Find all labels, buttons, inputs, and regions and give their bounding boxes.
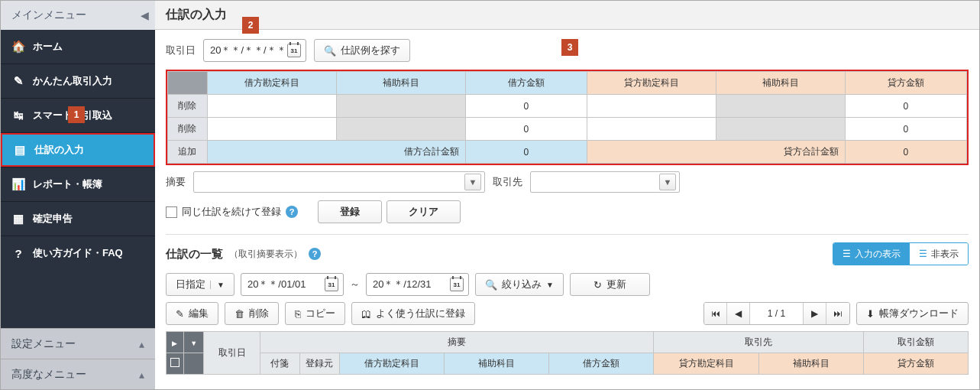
journal-list-header: ▶ ▼ 取引日 摘要 取引先 取引金額 付箋 登録元 借方勘定科目 補助科目 借… bbox=[166, 331, 969, 375]
to-date-input[interactable]: 20＊＊/12/31 31 bbox=[366, 273, 469, 296]
credit-sub-cell[interactable] bbox=[716, 95, 845, 118]
row-add-button[interactable]: 追加 bbox=[168, 141, 208, 164]
clear-button[interactable]: クリア bbox=[387, 200, 461, 223]
pager-next[interactable]: ▶ bbox=[804, 303, 826, 324]
list-th-credit-amount: 貸方金額 bbox=[863, 353, 968, 375]
th-debit-account: 借方勘定科目 bbox=[207, 72, 336, 95]
dropdown-icon[interactable]: ▼ bbox=[659, 174, 676, 190]
sidebar: メインメニュー ◀ 🏠 ホーム ✎ かんたん取引入力 ↹ スマート取引取込 1 … bbox=[1, 1, 155, 389]
th-credit-account: 貸方勘定科目 bbox=[587, 72, 716, 95]
register-button[interactable]: 登録 bbox=[318, 200, 382, 223]
list-th-date[interactable]: 取引日 bbox=[204, 332, 260, 375]
debit-sub-cell[interactable] bbox=[336, 118, 465, 141]
calendar-icon[interactable]: 31 bbox=[450, 278, 464, 291]
filter-button[interactable]: 🔍 絞り込み ▼ bbox=[475, 273, 564, 296]
credit-account-cell[interactable] bbox=[587, 95, 716, 118]
list-th-debit-amount: 借方金額 bbox=[549, 353, 654, 375]
chevron-up-icon: ▴ bbox=[139, 338, 144, 350]
row-delete-button[interactable]: 削除 bbox=[168, 95, 208, 118]
list-th-credit-account: 貸方勘定科目 bbox=[654, 353, 758, 375]
date-label: 取引日 bbox=[166, 44, 196, 57]
nav-easy-entry[interactable]: ✎ かんたん取引入力 bbox=[1, 64, 155, 98]
summary-input[interactable]: ▼ bbox=[193, 171, 485, 193]
download-icon: ⬇ bbox=[866, 308, 875, 320]
credit-total-label: 貸方合計金額 bbox=[587, 141, 845, 164]
debit-sub-cell[interactable] bbox=[336, 95, 465, 118]
credit-amount-cell[interactable]: 0 bbox=[845, 118, 966, 141]
row-delete-button[interactable]: 削除 bbox=[168, 118, 208, 141]
sidebar-section-advanced[interactable]: 高度なメニュー ▴ bbox=[1, 359, 155, 389]
list-th-source: 登録元 bbox=[299, 353, 339, 375]
sidebar-title: メインメニュー bbox=[11, 8, 86, 22]
th-credit-sub: 補助科目 bbox=[716, 72, 845, 95]
callout-2: 2 bbox=[242, 17, 259, 34]
page-title: 仕訳の入力 bbox=[166, 7, 227, 23]
nav-tax-return[interactable]: ▦ 確定申告 bbox=[1, 202, 155, 236]
credit-amount-cell[interactable]: 0 bbox=[845, 95, 966, 118]
btn-label: 編集 bbox=[189, 307, 209, 320]
nav-smart-import[interactable]: ↹ スマート取引取込 1 bbox=[1, 99, 155, 132]
list-th-tag: 付箋 bbox=[260, 353, 299, 375]
date-mode-select[interactable]: 日指定 ▼ bbox=[166, 273, 234, 296]
list-th-play[interactable]: ▶ bbox=[167, 332, 184, 353]
entry-total-row: 追加 借方合計金額 0 貸方合計金額 0 bbox=[168, 141, 967, 164]
section-label: 高度なメニュー bbox=[11, 368, 86, 382]
favorite-button[interactable]: 🕮 よく使う仕訳に登録 bbox=[351, 302, 475, 325]
copy-button[interactable]: ⎘ コピー bbox=[285, 302, 345, 325]
repeat-checkbox[interactable] bbox=[166, 206, 177, 218]
search-examples-button[interactable]: 🔍 仕訳例を探す bbox=[314, 39, 410, 62]
btn-label: 日指定 bbox=[176, 278, 205, 291]
chevron-down-icon: ▼ bbox=[210, 281, 225, 289]
chevron-down-icon: ▼ bbox=[546, 281, 554, 289]
debit-account-cell[interactable] bbox=[207, 118, 336, 141]
list-th-debit-sub: 補助科目 bbox=[445, 353, 549, 375]
list-th-expand[interactable]: ▼ bbox=[183, 332, 203, 353]
view-hide-button[interactable]: ☰ 非表示 bbox=[910, 243, 968, 265]
summary-label: 摘要 bbox=[166, 175, 186, 189]
download-button[interactable]: ⬇ 帳簿ダウンロード bbox=[856, 302, 969, 325]
nav-home[interactable]: 🏠 ホーム bbox=[1, 30, 155, 63]
refresh-button[interactable]: ↻ 更新 bbox=[570, 273, 650, 296]
edit-button[interactable]: ✎ 編集 bbox=[166, 302, 218, 325]
transaction-date-input[interactable]: 20＊＊/＊＊/＊＊ 31 2 bbox=[203, 39, 306, 62]
th-credit-amount: 貸方金額 bbox=[845, 72, 966, 95]
view-show-button[interactable]: ☰ 入力の表示 bbox=[833, 243, 910, 265]
partner-input[interactable]: ▼ bbox=[530, 171, 680, 193]
sidebar-section-settings[interactable]: 設定メニュー ▴ bbox=[1, 328, 155, 359]
nav-label: 確定申告 bbox=[33, 212, 73, 226]
btn-label: よく使う仕訳に登録 bbox=[376, 307, 465, 320]
list-th-summary: 摘要 bbox=[260, 332, 653, 353]
help-icon[interactable]: ? bbox=[309, 248, 321, 260]
pager-prev[interactable]: ◀ bbox=[727, 303, 750, 324]
pager-page: 1 / 1 bbox=[750, 303, 804, 324]
bookmark-icon: 🕮 bbox=[361, 308, 371, 320]
help-icon[interactable]: ? bbox=[286, 206, 298, 218]
calendar-icon[interactable]: 31 bbox=[325, 278, 338, 291]
date-value: 20＊＊/12/31 bbox=[373, 278, 432, 291]
nav-label: 使い方ガイド・FAQ bbox=[33, 246, 123, 260]
nav-label: ホーム bbox=[33, 40, 63, 54]
list-th-partner: 取引先 bbox=[654, 332, 863, 353]
sidebar-collapse-icon[interactable]: ◀ bbox=[134, 1, 155, 30]
dropdown-icon[interactable]: ▼ bbox=[464, 174, 481, 190]
help-icon: ? bbox=[11, 247, 25, 260]
list-th-amount: 取引金額 bbox=[863, 332, 968, 353]
debit-amount-cell[interactable]: 0 bbox=[465, 95, 587, 118]
calendar-icon[interactable]: 31 bbox=[287, 44, 301, 57]
delete-button[interactable]: 🗑 削除 bbox=[225, 302, 279, 325]
list-th-checkbox[interactable] bbox=[167, 353, 184, 375]
credit-sub-cell[interactable] bbox=[716, 118, 845, 141]
pager-last[interactable]: ⏭ bbox=[826, 303, 849, 324]
debit-account-cell[interactable] bbox=[207, 95, 336, 118]
credit-account-cell[interactable] bbox=[587, 118, 716, 141]
nav-journal-entry[interactable]: ▤ 仕訳の入力 bbox=[1, 133, 155, 167]
nav-reports[interactable]: 📊 レポート・帳簿 bbox=[1, 167, 155, 201]
repeat-label: 同じ仕訳を続けて登録 bbox=[182, 205, 281, 219]
pager-first[interactable]: ⏮ bbox=[704, 303, 727, 324]
nav-guide-faq[interactable]: ? 使い方ガイド・FAQ bbox=[1, 236, 155, 270]
list-th-debit-account: 借方勘定科目 bbox=[339, 353, 444, 375]
debit-amount-cell[interactable]: 0 bbox=[465, 118, 587, 141]
search-icon: 🔍 bbox=[485, 279, 497, 291]
trash-icon: 🗑 bbox=[234, 308, 244, 320]
from-date-input[interactable]: 20＊＊/01/01 31 bbox=[241, 273, 344, 296]
